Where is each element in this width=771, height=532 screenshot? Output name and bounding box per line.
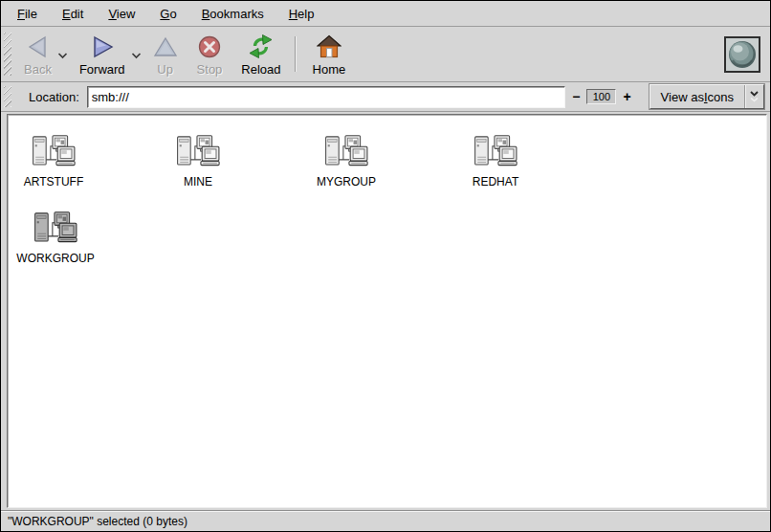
network-workgroup-icon [473, 134, 518, 168]
home-label: Home [313, 62, 346, 77]
location-bar-drag-handle[interactable] [4, 86, 11, 107]
network-item-artstuff[interactable]: ARTSTUFF [8, 134, 99, 188]
up-icon [153, 33, 178, 59]
stop-label: Stop [197, 62, 223, 77]
back-dropdown-chevron-icon[interactable] [57, 46, 68, 63]
network-workgroup-icon [323, 134, 369, 168]
icon-label: ARTSTUFF [24, 175, 83, 188]
up-button: Up [143, 29, 187, 79]
icon-label: MYGROUP [317, 175, 376, 188]
reload-button[interactable]: Reload [231, 29, 290, 79]
back-button: Back [14, 29, 61, 79]
menu-view[interactable]: View [96, 4, 147, 24]
file-manager-window: File Edit View Go Bookmarks Help Back [0, 0, 771, 532]
location-label: Location: [29, 90, 79, 104]
network-workgroup-icon [175, 134, 221, 168]
status-text: "WORKGROUP" selected (0 bytes) [8, 515, 187, 528]
toolbar-drag-handle[interactable] [4, 33, 11, 76]
icon-label: REDHAT [473, 175, 518, 188]
reload-label: Reload [241, 62, 280, 77]
icon-view[interactable]: ARTSTUFF MINE MYGROUP REDHAT WORKGROUP [7, 114, 767, 508]
toolbar-spacer [355, 29, 724, 79]
reload-icon [248, 33, 274, 59]
menu-edit[interactable]: Edit [50, 4, 96, 24]
network-item-mygroup[interactable]: MYGROUP [300, 134, 392, 188]
icon-label: MINE [184, 175, 212, 188]
menu-help[interactable]: Help [276, 4, 327, 24]
forward-label: Forward [79, 62, 125, 77]
menubar: File Edit View Go Bookmarks Help [1, 1, 770, 27]
up-label: Up [157, 62, 173, 77]
network-workgroup-icon [31, 134, 77, 168]
location-bar: Location: − 100 + View as Icons [1, 82, 770, 112]
network-item-workgroup[interactable]: WORKGROUP [10, 211, 101, 265]
menu-go[interactable]: Go [147, 4, 188, 24]
combo-arrow-icon[interactable] [745, 85, 763, 108]
location-input[interactable] [87, 86, 565, 108]
throbber-icon [724, 36, 760, 73]
back-icon [25, 33, 50, 59]
forward-dropdown-chevron-icon[interactable] [131, 46, 142, 63]
network-item-redhat[interactable]: REDHAT [450, 134, 541, 188]
content-frame: ARTSTUFF MINE MYGROUP REDHAT WORKGROUP [1, 112, 770, 510]
view-mode-label: View as Icons [650, 85, 744, 108]
zoom-in-button[interactable]: + [618, 86, 635, 108]
network-item-mine[interactable]: MINE [152, 134, 244, 188]
home-icon [317, 33, 341, 59]
menu-bookmarks[interactable]: Bookmarks [189, 4, 276, 24]
view-mode-combo[interactable]: View as Icons [650, 84, 764, 109]
icon-label: WORKGROUP [16, 252, 94, 265]
menu-file[interactable]: File [5, 4, 50, 24]
zoom-out-button[interactable]: − [567, 86, 584, 108]
forward-button[interactable]: Forward [70, 29, 135, 79]
forward-icon [90, 33, 115, 59]
toolbar: Back Forward Up [1, 27, 770, 82]
stop-icon [197, 33, 222, 59]
network-workgroup-icon [33, 211, 78, 245]
back-label: Back [24, 62, 52, 77]
toolbar-separator [295, 36, 296, 72]
zoom-level-indicator: 100 [586, 89, 616, 104]
statusbar: "WORKGROUP" selected (0 bytes) [1, 510, 770, 531]
home-button[interactable]: Home [303, 29, 356, 79]
stop-button: Stop [187, 29, 232, 79]
